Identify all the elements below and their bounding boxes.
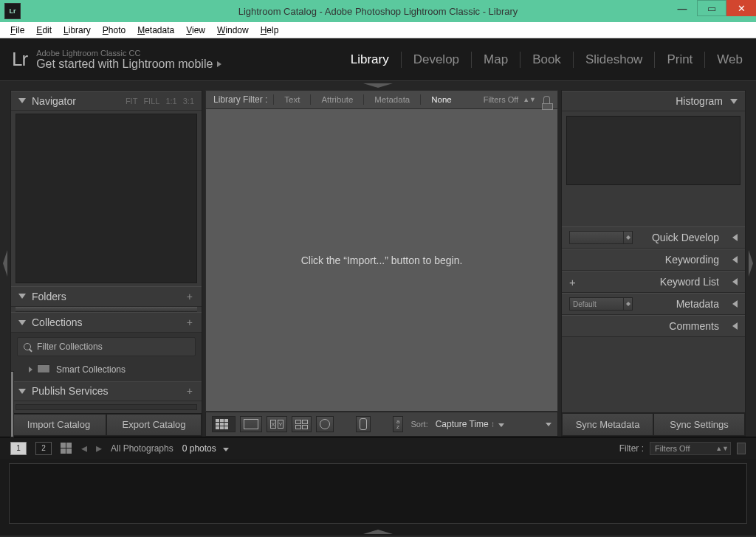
- library-filter-label: Library Filter :: [213, 94, 267, 105]
- folders-header[interactable]: Folders +: [11, 286, 202, 306]
- metadata-header[interactable]: Default Metadata: [562, 293, 745, 315]
- collapse-top-panel[interactable]: [0, 81, 756, 90]
- center-panel: Library Filter : Text Attribute Metadata…: [205, 90, 558, 437]
- add-folder-button[interactable]: +: [185, 291, 194, 302]
- mobile-cta[interactable]: Get started with Lightroom mobile: [36, 58, 221, 71]
- menu-edit[interactable]: Edit: [30, 24, 58, 37]
- grid-shortcut-icon[interactable]: [61, 443, 72, 454]
- lock-icon[interactable]: [543, 96, 550, 104]
- comments-header[interactable]: Comments: [562, 315, 745, 337]
- metadata-title: Metadata: [676, 298, 719, 310]
- menu-library[interactable]: Library: [58, 24, 97, 37]
- toolbar-options-button[interactable]: [546, 423, 551, 426]
- disclosure-triangle-icon: [732, 322, 738, 330]
- sort-direction-button[interactable]: az: [393, 416, 403, 432]
- filters-off-preset[interactable]: Filters Off: [484, 95, 518, 104]
- smart-collections-row[interactable]: Smart Collections: [14, 361, 199, 378]
- filter-none[interactable]: None: [427, 95, 456, 104]
- module-print[interactable]: Print: [655, 52, 705, 68]
- photo-count: 0 photos: [182, 443, 229, 454]
- module-develop[interactable]: Develop: [402, 52, 472, 68]
- people-view-button[interactable]: [316, 416, 334, 432]
- navigator-zoom-options[interactable]: FIT FILL 1:1 3:1: [126, 97, 194, 105]
- add-collection-button[interactable]: +: [185, 316, 194, 328]
- metadata-preset-select[interactable]: Default: [569, 297, 633, 311]
- add-keyword-button[interactable]: +: [569, 276, 576, 288]
- module-web[interactable]: Web: [705, 52, 743, 68]
- menu-metadata[interactable]: Metadata: [131, 24, 180, 37]
- grid-icon: [216, 419, 232, 429]
- breadcrumb[interactable]: All Photographs: [111, 443, 173, 454]
- survey-view-button[interactable]: [292, 416, 312, 432]
- filter-preset-select[interactable]: Filters Off▲▼: [650, 442, 731, 455]
- import-button[interactable]: Import Catalog: [11, 414, 106, 436]
- maximize-button[interactable]: ▭: [697, 0, 726, 16]
- keyword-list-title: Keyword List: [660, 276, 719, 288]
- app-icon: Lr: [4, 3, 21, 19]
- filter-collections-input[interactable]: Filter Collections: [17, 337, 196, 356]
- filter-collections-placeholder: Filter Collections: [37, 342, 103, 352]
- keyword-list-header[interactable]: + Keyword List: [562, 271, 745, 293]
- sync-metadata-button[interactable]: Sync Metadata: [562, 413, 653, 436]
- secondary-window-toggle[interactable]: 2: [35, 442, 52, 455]
- left-scrollbar[interactable]: [10, 371, 14, 437]
- painter-tool-button[interactable]: [356, 416, 371, 432]
- filter-attribute[interactable]: Attribute: [317, 95, 357, 104]
- disclosure-triangle-icon: [29, 367, 32, 373]
- sort-az-icon: az: [396, 419, 399, 429]
- filter-text[interactable]: Text: [280, 95, 304, 104]
- publish-services-header[interactable]: Publish Services +: [11, 381, 202, 401]
- collapse-left-panel[interactable]: [0, 90, 10, 437]
- lightroom-logo: Lr: [12, 48, 27, 71]
- folders-title: Folders: [32, 291, 185, 302]
- collapse-filmstrip[interactable]: [0, 528, 756, 536]
- publish-services-title: Publish Services: [32, 385, 185, 397]
- keywording-header[interactable]: Keywording: [562, 249, 745, 271]
- sort-label: Sort:: [410, 420, 427, 429]
- filmstrip-content[interactable]: [9, 463, 747, 524]
- export-button[interactable]: Export Catalog: [106, 414, 202, 436]
- left-panel: Navigator FIT FILL 1:1 3:1 Folders + Col…: [10, 90, 202, 437]
- module-book[interactable]: Book: [520, 52, 574, 68]
- sort-value-dropdown[interactable]: Capture Time⁞: [436, 419, 504, 429]
- disclosure-triangle-icon: [732, 234, 738, 241]
- navigator-preview[interactable]: [16, 114, 197, 283]
- module-library[interactable]: Library: [339, 52, 402, 68]
- menu-file[interactable]: File: [4, 24, 30, 37]
- window-titlebar: Lr Lightroom Catalog - Adobe Photoshop L…: [0, 0, 756, 22]
- compare-view-button[interactable]: XY: [267, 416, 287, 432]
- grid-view-button[interactable]: [212, 416, 236, 432]
- histogram-header[interactable]: Histogram: [562, 91, 745, 111]
- module-slideshow[interactable]: Slideshow: [574, 52, 656, 68]
- minimize-button[interactable]: —: [667, 0, 697, 16]
- compare-icon: XY: [270, 420, 284, 429]
- collections-title: Collections: [32, 316, 185, 328]
- menu-window[interactable]: Window: [211, 24, 255, 37]
- menu-help[interactable]: Help: [255, 24, 285, 37]
- collection-set-icon: [38, 366, 50, 373]
- left-panel-buttons: Import Catalog Export Catalog: [11, 413, 202, 436]
- grid-view[interactable]: Click the “Import...” button to begin.: [205, 109, 558, 412]
- quick-develop-header[interactable]: Quick Develop: [562, 226, 745, 249]
- main-window-toggle[interactable]: 1: [10, 442, 27, 455]
- toolbar: XY az Sort: Capture Time⁞: [205, 412, 558, 437]
- spray-can-icon: [360, 418, 367, 430]
- filter-metadata[interactable]: Metadata: [370, 95, 414, 104]
- navigator-header[interactable]: Navigator FIT FILL 1:1 3:1: [11, 91, 202, 111]
- quick-develop-preset-select[interactable]: [569, 231, 633, 244]
- disclosure-triangle-icon: [18, 98, 26, 103]
- disclosure-triangle-icon: [732, 300, 738, 308]
- sync-settings-button[interactable]: Sync Settings: [653, 413, 745, 436]
- keywording-title: Keywording: [665, 254, 719, 266]
- module-map[interactable]: Map: [472, 52, 520, 68]
- menu-photo[interactable]: Photo: [97, 24, 131, 37]
- menu-view[interactable]: View: [180, 24, 211, 37]
- collapse-right-panel[interactable]: [746, 90, 756, 437]
- collections-header[interactable]: Collections +: [11, 312, 202, 332]
- nav-back-button[interactable]: ◂: [81, 441, 87, 455]
- loupe-view-button[interactable]: [240, 416, 262, 432]
- close-button[interactable]: ✕: [726, 0, 756, 16]
- add-publish-service-button[interactable]: +: [185, 385, 194, 397]
- nav-forward-button[interactable]: ▸: [96, 441, 102, 455]
- filter-lock-toggle[interactable]: [737, 443, 746, 454]
